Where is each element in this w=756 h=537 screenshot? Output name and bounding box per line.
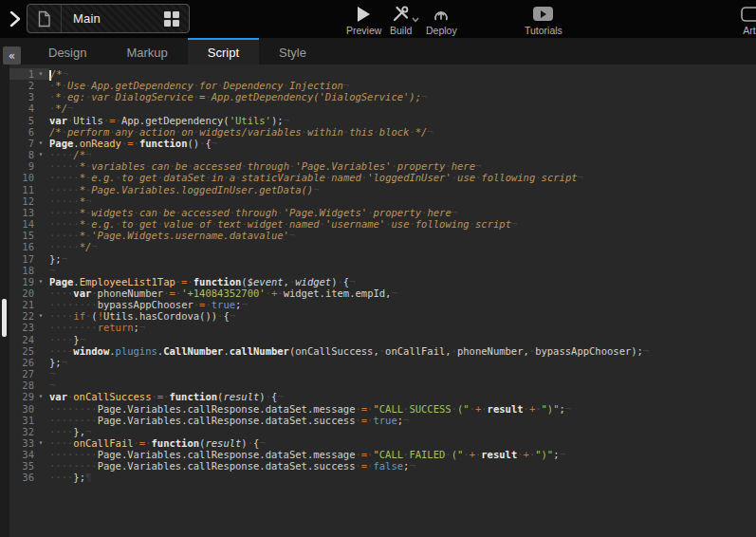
gutter-line[interactable]: 12 — [9, 195, 49, 207]
artifact-item-partial[interactable]: Arti — [736, 5, 756, 36]
code-line[interactable]: ·····*¬ — [49, 195, 756, 207]
editor-code-area[interactable]: /*¬·*·Use·App.getDependency·for·Dependen… — [49, 68, 756, 484]
code-line[interactable]: ····},¬ — [49, 426, 756, 437]
gutter-line[interactable]: 18 — [9, 265, 49, 276]
tab-markup[interactable]: Markup — [106, 38, 187, 65]
page-tabs: DesignMarkupScriptStyle — [28, 38, 326, 65]
tab-design[interactable]: Design — [28, 38, 106, 65]
artifact-label-partial: Arti — [743, 25, 756, 36]
gutter-line[interactable]: 11 — [9, 184, 49, 195]
tutorials-button[interactable]: Tutorials — [525, 5, 562, 36]
gutter-line[interactable]: 9 — [9, 160, 49, 172]
gutter-line[interactable]: 29▾ — [9, 391, 49, 402]
gutter-line[interactable]: 21 — [9, 299, 49, 310]
gutter-line[interactable]: 34 — [9, 449, 49, 460]
tab-style[interactable]: Style — [259, 38, 326, 65]
gutter-line[interactable]: 1▾ — [9, 68, 49, 80]
fold-toggle-icon: ▾ — [34, 138, 47, 149]
code-line[interactable]: ·····*·Page.Variables.loggedInUser.getDa… — [49, 184, 756, 195]
build-tools-icon — [392, 5, 410, 23]
code-line[interactable]: ·····*·variables·can·be·accessed·through… — [49, 160, 756, 172]
code-line[interactable]: ·*·Use·App.getDependency·for·Dependency·… — [49, 80, 756, 91]
code-line[interactable]: /*·perform·any·action·on·widgets/variabl… — [49, 126, 756, 138]
gutter-line[interactable]: 5 — [9, 115, 49, 126]
tutorials-video-icon — [533, 5, 553, 23]
gutter-line[interactable]: 7▾ — [9, 138, 49, 149]
code-line[interactable]: ·*·eg:·var·DialogService·=·App.getDepend… — [49, 91, 756, 102]
code-line[interactable]: ····window.plugins.CallNumber.callNumber… — [49, 345, 756, 357]
fold-toggle-icon: ▾ — [34, 276, 47, 287]
code-line[interactable]: ····onCallFail·=·function(result)·{¬ — [49, 437, 756, 449]
gutter-line[interactable]: 26 — [9, 357, 49, 368]
gutter-line[interactable]: 16 — [9, 241, 49, 252]
code-line[interactable]: ········Page.Variables.callResponse.data… — [49, 403, 756, 415]
code-line[interactable]: ········Page.Variables.callResponse.data… — [49, 449, 756, 460]
gutter-line[interactable]: 33▾ — [9, 437, 49, 449]
deploy-cloud-upload-icon — [432, 5, 451, 23]
code-line[interactable]: var·Utils·=·App.getDependency('Utils');¬ — [49, 115, 756, 126]
top-toolbar: Main PreviewBuildDeployTutorials Arti — [0, 0, 756, 38]
gutter-line[interactable]: 23 — [9, 322, 49, 333]
page-selector-label: Main — [62, 11, 164, 26]
gutter-line[interactable]: 10 — [9, 172, 49, 183]
gutter-line[interactable]: 4 — [9, 102, 49, 114]
gutter-line[interactable]: 19▾ — [9, 276, 49, 287]
fold-toggle-icon: ▾ — [34, 68, 47, 80]
code-line[interactable]: ········Page.Variables.callResponse.data… — [49, 460, 756, 472]
code-line[interactable]: Page.EmployeeList1Tap·=·function($event,… — [49, 276, 756, 287]
code-line[interactable]: ·····*/¬ — [49, 241, 756, 252]
gutter-line[interactable]: 17 — [9, 253, 49, 265]
code-line[interactable]: ····}¬ — [49, 334, 756, 345]
code-line[interactable]: ¬ — [49, 380, 756, 391]
code-line[interactable]: var·onCallSuccess·=·function(result)·{¬ — [49, 391, 756, 402]
code-line[interactable]: ····};¶ — [49, 472, 756, 483]
gutter-line[interactable]: 35 — [9, 460, 49, 472]
gutter-line[interactable]: 36 — [9, 472, 49, 483]
fold-toggle-icon: ▾ — [34, 310, 47, 322]
page-selector[interactable]: Main — [27, 4, 190, 33]
code-line[interactable]: ¬ — [49, 265, 756, 276]
collapse-panel-button[interactable]: « — [3, 46, 21, 65]
code-line[interactable]: ········return;¬ — [49, 322, 756, 333]
toolbar-action-label: Tutorials — [525, 25, 562, 36]
code-line[interactable]: ·····*·'Page.Widgets.username.datavalue'… — [49, 230, 756, 241]
left-scrollbar-thumb[interactable] — [2, 299, 7, 337]
code-line[interactable]: /*¬ — [49, 68, 756, 80]
gutter-line[interactable]: 25 — [9, 345, 49, 357]
chevron-down-icon[interactable] — [412, 17, 419, 23]
code-line[interactable]: ········bypassAppChooser·=·true;¬ — [49, 299, 756, 310]
gutter-line[interactable]: 15 — [9, 230, 49, 241]
code-line[interactable]: Page.onReady·=·function()·{¬ — [49, 138, 756, 149]
deploy-button[interactable]: Deploy — [426, 5, 457, 36]
code-line[interactable]: ¬ — [49, 368, 756, 380]
code-line[interactable]: ········Page.Variables.callResponse.data… — [49, 415, 756, 426]
gutter-line[interactable]: 27 — [9, 368, 49, 380]
gutter-line[interactable]: 8▾ — [9, 149, 49, 160]
gutter-line[interactable]: 28 — [9, 380, 49, 391]
gutter-line[interactable]: 32 — [9, 426, 49, 437]
gutter-line[interactable]: 13 — [9, 207, 49, 218]
code-line[interactable]: ····if·(!Utils.hasCordova())·{¬ — [49, 310, 756, 322]
chevron-right-icon[interactable] — [6, 9, 25, 29]
preview-button[interactable]: Preview — [346, 5, 381, 36]
code-line[interactable]: ····/*¬ — [49, 149, 756, 160]
gutter-line[interactable]: 20 — [9, 287, 49, 299]
gutter-line[interactable]: 3 — [9, 91, 49, 102]
build-button[interactable]: Build — [390, 5, 412, 36]
gutter-line[interactable]: 14 — [9, 218, 49, 230]
gutter-line[interactable]: 24 — [9, 334, 49, 345]
code-line[interactable]: ·*/¬ — [49, 102, 756, 114]
code-line[interactable]: };¬ — [49, 253, 756, 265]
code-line[interactable]: };¬ — [49, 357, 756, 368]
script-code-editor[interactable]: 1▾234567▾8▾910111213141516171819▾202122▾… — [0, 65, 756, 537]
gutter-line[interactable]: 22▾ — [9, 310, 49, 322]
gutter-line[interactable]: 2 — [9, 80, 49, 91]
gutter-line[interactable]: 31 — [9, 415, 49, 426]
code-line[interactable]: ·····*·e.g.·to·get·dataSet·in·a·staticVa… — [49, 172, 756, 183]
tab-script[interactable]: Script — [188, 38, 259, 65]
gutter-line[interactable]: 30 — [9, 403, 49, 415]
gutter-line[interactable]: 6 — [9, 126, 49, 138]
code-line[interactable]: ·····*·widgets·can·be·accessed·through·'… — [49, 207, 756, 218]
code-line[interactable]: ····var·phoneNumber·=·'+14084352700'·+·w… — [49, 287, 756, 299]
code-line[interactable]: ·····*·e.g.·to·get·value·of·text·widget·… — [49, 218, 756, 230]
